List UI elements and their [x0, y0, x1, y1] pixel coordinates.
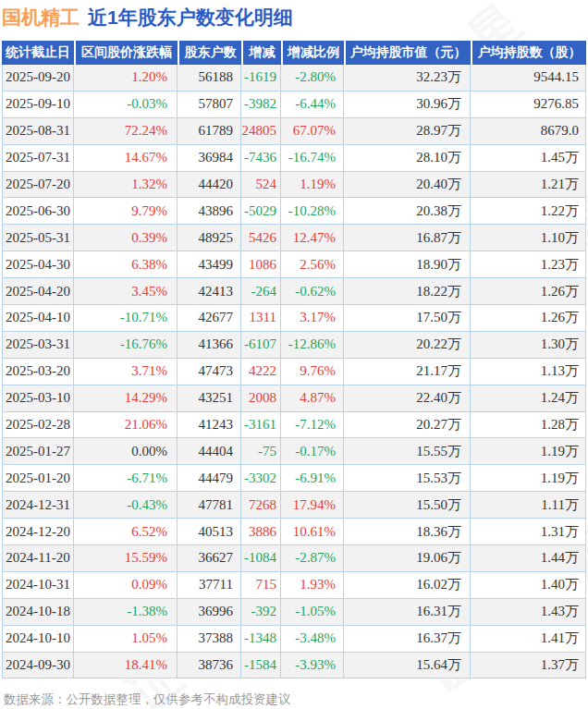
cell-delta: 3886: [241, 519, 281, 545]
title-text: 近1年股东户数变化明细: [88, 6, 293, 28]
column-header: 增减比例: [281, 41, 344, 65]
cell-change: 18.41%: [74, 653, 178, 679]
header-row: 统计截止日区间股价涨跌幅股东户数增减增减比例户均持股市值（元）户均持股数（股）: [2, 41, 586, 65]
cell-holders: 57807: [178, 92, 241, 118]
cell-date: 2024-10-31: [2, 572, 74, 599]
table-row: 2025-09-10-0.03%57807-3982-6.44%30.96万92…: [2, 92, 586, 118]
cell-delta: -75: [241, 438, 281, 465]
column-header: 区间股价涨跌幅: [74, 41, 178, 65]
cell-ratio: 67.07%: [281, 118, 344, 145]
cell-ratio: -0.62%: [281, 278, 344, 305]
table-row: 2025-04-306.38%4349910862.56%18.90万1.23万: [2, 251, 586, 278]
table-row: 2025-08-3172.24%617892480567.07%28.97万86…: [2, 118, 586, 145]
cell-change: -10.71%: [74, 305, 178, 332]
cell-avg-value: 20.40万: [344, 172, 471, 199]
cell-change: 0.39%: [74, 225, 178, 251]
cell-delta: 7268: [241, 492, 281, 519]
cell-avg-value: 16.31万: [344, 599, 471, 626]
cell-date: 2025-03-20: [2, 359, 74, 385]
cell-date: 2025-04-20: [2, 278, 74, 305]
column-header: 户均持股市值（元）: [344, 41, 471, 65]
cell-date: 2025-08-31: [2, 118, 74, 145]
table-row: 2024-09-3018.41%38736-1584-3.93%15.64万1.…: [2, 653, 586, 679]
cell-change: 0.00%: [74, 438, 178, 465]
cell-delta: 715: [241, 572, 281, 599]
table-row: 2025-06-309.79%43896-5029-10.28%20.38万1.…: [2, 198, 586, 225]
cell-avg-value: 16.87万: [344, 225, 471, 251]
cell-holders: 44479: [178, 465, 241, 492]
cell-delta: -392: [241, 599, 281, 626]
cell-holders: 37388: [178, 626, 241, 653]
cell-avg-value: 30.96万: [344, 92, 471, 118]
cell-change: 14.67%: [74, 145, 178, 172]
cell-avg-value: 28.97万: [344, 118, 471, 145]
cell-avg-value: 16.02万: [344, 572, 471, 599]
cell-avg-value: 15.53万: [344, 465, 471, 492]
cell-holders: 36984: [178, 145, 241, 172]
cell-avg-shares: 1.30万: [471, 332, 586, 359]
table-row: 2024-11-2015.59%36627-1084-2.87%19.06万1.…: [2, 545, 586, 572]
cell-holders: 36627: [178, 545, 241, 572]
cell-holders: 37711: [178, 572, 241, 599]
cell-date: 2025-02-28: [2, 412, 74, 439]
cell-avg-shares: 8679.0: [471, 118, 586, 145]
cell-date: 2025-04-10: [2, 305, 74, 332]
cell-holders: 56188: [178, 65, 241, 92]
cell-date: 2024-09-30: [2, 653, 74, 679]
cell-change: -1.38%: [74, 599, 178, 626]
cell-avg-shares: 1.26万: [471, 278, 586, 305]
cell-ratio: 4.87%: [281, 385, 344, 412]
table-row: 2025-05-310.39%48925542612.47%16.87万1.10…: [2, 225, 586, 251]
cell-avg-value: 15.64万: [344, 653, 471, 679]
cell-change: 15.59%: [74, 545, 178, 572]
cell-avg-value: 19.06万: [344, 545, 471, 572]
cell-avg-shares: 1.24万: [471, 385, 586, 412]
table-row: 2024-10-18-1.38%36996-392-1.05%16.31万1.4…: [2, 599, 586, 626]
table-row: 2024-10-101.05%37388-1348-3.48%16.37万1.4…: [2, 626, 586, 653]
cell-delta: -7436: [241, 145, 281, 172]
cell-holders: 43499: [178, 251, 241, 278]
cell-date: 2025-01-27: [2, 438, 74, 465]
cell-avg-shares: 1.41万: [471, 626, 586, 653]
cell-holders: 38736: [178, 653, 241, 679]
cell-avg-value: 18.36万: [344, 519, 471, 545]
cell-holders: 36996: [178, 599, 241, 626]
cell-delta: 24805: [241, 118, 281, 145]
cell-change: 1.20%: [74, 65, 178, 92]
cell-change: -0.43%: [74, 492, 178, 519]
cell-holders: 44404: [178, 438, 241, 465]
cell-avg-shares: 1.31万: [471, 519, 586, 545]
cell-holders: 47473: [178, 359, 241, 385]
table-body: 2025-09-201.20%56188-1619-2.80%32.23万954…: [2, 65, 586, 678]
cell-date: 2025-06-30: [2, 198, 74, 225]
cell-change: 1.32%: [74, 172, 178, 199]
cell-avg-value: 16.37万: [344, 626, 471, 653]
data-source-note: 数据来源：公开数据整理，仅供参考不构成投资建议: [4, 691, 291, 708]
cell-ratio: -16.74%: [281, 145, 344, 172]
table-row: 2025-04-203.45%42413-264-0.62%18.22万1.26…: [2, 278, 586, 305]
cell-holders: 41366: [178, 332, 241, 359]
table-row: 2025-09-201.20%56188-1619-2.80%32.23万954…: [2, 65, 586, 92]
cell-avg-value: 20.38万: [344, 198, 471, 225]
cell-avg-value: 15.55万: [344, 438, 471, 465]
cell-ratio: -7.12%: [281, 412, 344, 439]
cell-avg-value: 21.17万: [344, 359, 471, 385]
cell-date: 2025-07-20: [2, 172, 74, 199]
column-header: 增减: [241, 41, 281, 65]
table-row: 2025-07-201.32%444205241.19%20.40万1.21万: [2, 172, 586, 199]
cell-change: 6.52%: [74, 519, 178, 545]
cell-avg-shares: 1.19万: [471, 438, 586, 465]
cell-change: -0.03%: [74, 92, 178, 118]
cell-holders: 42677: [178, 305, 241, 332]
cell-ratio: 1.19%: [281, 172, 344, 199]
cell-delta: 5426: [241, 225, 281, 251]
cell-delta: 1311: [241, 305, 281, 332]
cell-ratio: 10.61%: [281, 519, 344, 545]
cell-ratio: 17.94%: [281, 492, 344, 519]
cell-avg-shares: 1.11万: [471, 492, 586, 519]
cell-avg-shares: 1.10万: [471, 225, 586, 251]
cell-delta: -264: [241, 278, 281, 305]
cell-ratio: -2.80%: [281, 65, 344, 92]
cell-avg-value: 20.27万: [344, 412, 471, 439]
cell-change: -16.76%: [74, 332, 178, 359]
